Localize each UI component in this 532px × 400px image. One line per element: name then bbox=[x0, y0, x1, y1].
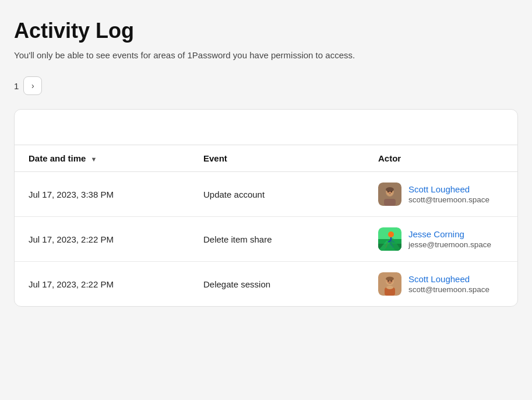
svg-point-6 bbox=[387, 191, 389, 192]
actor-email: jesse@truemoon.space bbox=[408, 240, 491, 249]
actor-cell: Jesse Corning jesse@truemoon.space bbox=[364, 217, 517, 262]
svg-point-23 bbox=[386, 277, 394, 281]
pagination: 1 › bbox=[14, 76, 518, 95]
svg-point-27 bbox=[386, 286, 393, 289]
event-value: Delegate session bbox=[203, 279, 270, 289]
table-top-spacer bbox=[15, 110, 517, 145]
actor-email: scott@truemoon.space bbox=[408, 195, 489, 204]
page-subtitle: You'll only be able to see events for ar… bbox=[14, 50, 518, 60]
date-cell: Jul 17, 2023, 2:22 PM bbox=[15, 217, 189, 262]
table-row: Jul 17, 2023, 2:22 PM Delete item share bbox=[15, 217, 517, 262]
current-page: 1 bbox=[14, 81, 19, 91]
date-column-header[interactable]: Date and time ▼ bbox=[15, 145, 189, 172]
activity-log-table: Date and time ▼ Event Actor Jul 17, 2023… bbox=[15, 145, 517, 306]
actor-column-label: Actor bbox=[378, 153, 401, 163]
date-column-label: Date and time bbox=[29, 153, 86, 163]
event-column-label: Event bbox=[203, 153, 227, 163]
actor-name-link[interactable]: Scott Lougheed bbox=[408, 184, 489, 194]
event-value: Update account bbox=[203, 190, 265, 199]
svg-point-24 bbox=[388, 280, 389, 282]
svg-point-5 bbox=[386, 187, 394, 192]
date-cell: Jul 17, 2023, 2:22 PM bbox=[15, 262, 189, 307]
avatar bbox=[378, 183, 401, 206]
avatar bbox=[378, 227, 401, 251]
event-cell: Delete item share bbox=[189, 217, 364, 262]
svg-point-25 bbox=[391, 280, 392, 282]
sort-icon: ▼ bbox=[91, 156, 97, 163]
chevron-right-icon: › bbox=[31, 81, 34, 90]
actor-cell: Scott Lougheed scott@truemoon.space bbox=[364, 172, 517, 217]
actor-info: Scott Lougheed scott@truemoon.space bbox=[408, 274, 489, 294]
date-value: Jul 17, 2023, 3:38 PM bbox=[29, 190, 114, 199]
table-header-row: Date and time ▼ Event Actor bbox=[15, 145, 517, 172]
event-cell: Update account bbox=[189, 172, 364, 217]
actor-email: scott@truemoon.space bbox=[408, 285, 489, 294]
date-value: Jul 17, 2023, 2:22 PM bbox=[29, 279, 114, 289]
activity-log-table-container: Date and time ▼ Event Actor Jul 17, 2023… bbox=[14, 109, 518, 307]
actor-name-link[interactable]: Scott Lougheed bbox=[408, 274, 489, 284]
next-page-button[interactable]: › bbox=[23, 76, 42, 95]
page-title: Activity Log bbox=[14, 19, 518, 43]
date-cell: Jul 17, 2023, 3:38 PM bbox=[15, 172, 189, 217]
actor-info: Jesse Corning jesse@truemoon.space bbox=[408, 229, 491, 249]
actor-info: Scott Lougheed scott@truemoon.space bbox=[408, 184, 489, 204]
event-column-header: Event bbox=[189, 145, 364, 172]
table-row: Jul 17, 2023, 2:22 PM Delegate session bbox=[15, 262, 517, 307]
event-value: Delete item share bbox=[203, 234, 272, 244]
actor-name-link[interactable]: Jesse Corning bbox=[408, 229, 491, 239]
svg-point-11 bbox=[388, 231, 394, 237]
event-cell: Delegate session bbox=[189, 262, 364, 307]
svg-rect-3 bbox=[384, 199, 396, 206]
actor-column-header: Actor bbox=[364, 145, 517, 172]
date-value: Jul 17, 2023, 2:22 PM bbox=[29, 234, 114, 244]
avatar bbox=[378, 272, 401, 296]
table-row: Jul 17, 2023, 3:38 PM Update account bbox=[15, 172, 517, 217]
actor-cell: Scott Lougheed scott@truemoon.space bbox=[364, 262, 517, 307]
svg-point-7 bbox=[391, 191, 392, 192]
